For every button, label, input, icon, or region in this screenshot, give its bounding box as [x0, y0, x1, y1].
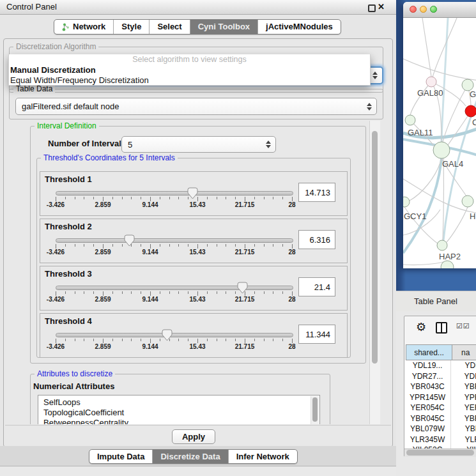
dropdown-option-manual-discretization[interactable]: Manual Discretization [9, 65, 371, 75]
minor-tick [131, 339, 132, 341]
attribute-item-selfloops[interactable]: SelfLoops [38, 397, 319, 408]
slider-thumb[interactable] [187, 187, 198, 199]
major-tick [56, 244, 56, 249]
cell-shared-name[interactable]: YBL079W [404, 424, 451, 434]
cell-name[interactable]: YLR3 [451, 434, 476, 445]
network-node[interactable] [462, 196, 473, 207]
attribute-item-betweennesscentrality[interactable]: BetweennessCentrality [38, 418, 319, 424]
table-row[interactable]: YBL079WYBL0 [404, 424, 476, 434]
column-header-shared-name[interactable]: shared... [406, 344, 452, 360]
network-window-titlebar[interactable] [403, 2, 476, 18]
window-minimize-button[interactable] [420, 6, 427, 13]
cell-shared-name[interactable]: YPR145W [404, 392, 451, 403]
settings-viewport: Interval Definition Number of Intervals … [6, 121, 368, 424]
table-row[interactable]: YBR045CYBR0 [404, 413, 476, 424]
slider-thumb[interactable] [237, 282, 248, 294]
minor-tick [169, 244, 170, 247]
tab-label: Select [157, 20, 181, 34]
float-window-icon[interactable] [368, 4, 376, 12]
table-row[interactable]: YDR27...YDR2 [404, 371, 476, 382]
cell-name[interactable]: YER0 [451, 403, 476, 413]
major-tick [56, 339, 56, 343]
cell-name[interactable]: YDR2 [451, 371, 476, 382]
cell-shared-name[interactable]: YDL19... [404, 360, 451, 371]
threshold-value-field-3[interactable]: 21.4 [298, 277, 335, 296]
threshold-slider-2[interactable]: -3.4262.8599.14415.4321.71528 [56, 234, 292, 260]
tab-impute-data[interactable]: Impute Data [89, 450, 152, 463]
dropdown-option-equal-width-frequency[interactable]: Equal Width/Frequency Discretization [9, 75, 371, 85]
close-icon[interactable]: ✕ [378, 1, 385, 13]
network-node[interactable] [403, 197, 410, 207]
columns-icon[interactable] [436, 322, 447, 334]
threshold-panel-4: Threshold 4-3.4262.8599.14415.4321.71528… [40, 313, 348, 358]
cell-name[interactable]: YBR0 [451, 413, 476, 424]
cell-shared-name[interactable]: YBR043C [404, 381, 451, 392]
scrollbar-thumb[interactable] [372, 131, 378, 364]
minor-tick [235, 197, 236, 199]
cell-shared-name[interactable]: YDR27... [404, 371, 451, 382]
table-horizontal-scrollbar[interactable] [404, 449, 476, 457]
tab-style[interactable]: Style [113, 20, 149, 34]
table-row[interactable]: YBR043CYBR0 [404, 381, 476, 392]
threshold-slider-1[interactable]: -3.4262.8599.14415.4321.71528 [56, 187, 292, 213]
threshold-value-field-4[interactable]: 11.344 [298, 325, 335, 344]
tab-select[interactable]: Select [149, 20, 189, 34]
slider-track[interactable] [56, 333, 293, 337]
network-canvas[interactable]: GAL80GACGAL11GAL4GCY1HHAP2 [403, 18, 476, 268]
slider-thumb[interactable] [162, 329, 173, 341]
cell-name[interactable]: YBR0 [451, 381, 476, 392]
attributes-list-scrollbar[interactable] [311, 396, 319, 424]
scrollbar-thumb[interactable] [312, 397, 318, 422]
major-tick [150, 339, 151, 343]
slider-track[interactable] [56, 238, 293, 243]
minor-tick [169, 197, 170, 199]
threshold-slider-3[interactable]: -3.4262.8599.14415.4321.71528 [56, 282, 292, 307]
network-node[interactable] [433, 142, 450, 158]
cell-shared-name[interactable]: YBR045C [404, 413, 451, 424]
threshold-slider-4[interactable]: -3.4262.8599.14415.4321.71528 [56, 329, 292, 355]
minor-tick [65, 339, 66, 341]
attribute-item-topologicalcoefficient[interactable]: TopologicalCoefficient [38, 408, 319, 418]
table-row[interactable]: YPR145WYPR1 [404, 392, 476, 403]
numerical-attributes-list[interactable]: SelfLoopsTopologicalCoefficientBetweenne… [38, 395, 320, 424]
top-tab-bar: NetworkStyleSelectCyni ToolboxjActiveMNo… [54, 19, 341, 35]
table-row[interactable]: YER054CYER0 [404, 403, 476, 413]
cell-shared-name[interactable]: YLR345W [404, 434, 451, 445]
cell-name[interactable]: YBL0 [451, 424, 476, 434]
window-zoom-button[interactable] [430, 6, 437, 13]
minor-tick [75, 244, 75, 247]
network-node[interactable] [426, 77, 436, 87]
gear-icon[interactable]: ⚙ [416, 321, 426, 334]
network-node[interactable] [437, 240, 447, 250]
slider-track[interactable] [56, 286, 293, 290]
window-close-button[interactable] [410, 6, 417, 13]
threshold-value-field-1[interactable]: 14.713 [298, 183, 335, 202]
minor-tick [188, 291, 188, 294]
tab-jactivemnodules[interactable]: jActiveMNodules [257, 20, 341, 34]
tab-cyni-toolbox[interactable]: Cyni Toolbox [190, 20, 257, 34]
panel-title: Control Panel [6, 0, 57, 14]
num-intervals-combobox[interactable]: 5 [121, 136, 276, 153]
minor-tick [273, 339, 273, 341]
slider-thumb[interactable] [124, 234, 135, 247]
network-node[interactable] [405, 115, 415, 125]
threshold-panel-3: Threshold 3-3.4262.8599.14415.4321.71528… [40, 266, 348, 311]
column-header-name[interactable]: na [452, 344, 476, 360]
cell-name[interactable]: YPR1 [451, 392, 476, 403]
tab-network[interactable]: Network [54, 20, 113, 34]
table-row[interactable]: YDL19...YDL1 [404, 360, 476, 371]
table-data-combobox[interactable]: galFiltered.sif default node [15, 98, 377, 115]
tab-discretize-data[interactable]: Discretize Data [152, 450, 227, 463]
checkbox-icons[interactable]: ☑☑ [456, 322, 470, 330]
tab-infer-network[interactable]: Infer Network [228, 450, 297, 463]
scrollbar-thumb[interactable] [406, 450, 474, 456]
apply-button[interactable]: Apply [172, 429, 215, 444]
combo-arrows-icon [266, 141, 271, 148]
cell-name[interactable]: YDL1 [451, 360, 476, 371]
threshold-value-field-2[interactable]: 6.316 [298, 230, 335, 249]
slider-track[interactable] [56, 191, 293, 196]
main-vertical-scrollbar[interactable] [369, 121, 380, 424]
cell-shared-name[interactable]: YER054C [404, 403, 451, 413]
network-node[interactable] [465, 105, 476, 117]
table-row[interactable]: YLR345WYLR3 [404, 434, 476, 445]
